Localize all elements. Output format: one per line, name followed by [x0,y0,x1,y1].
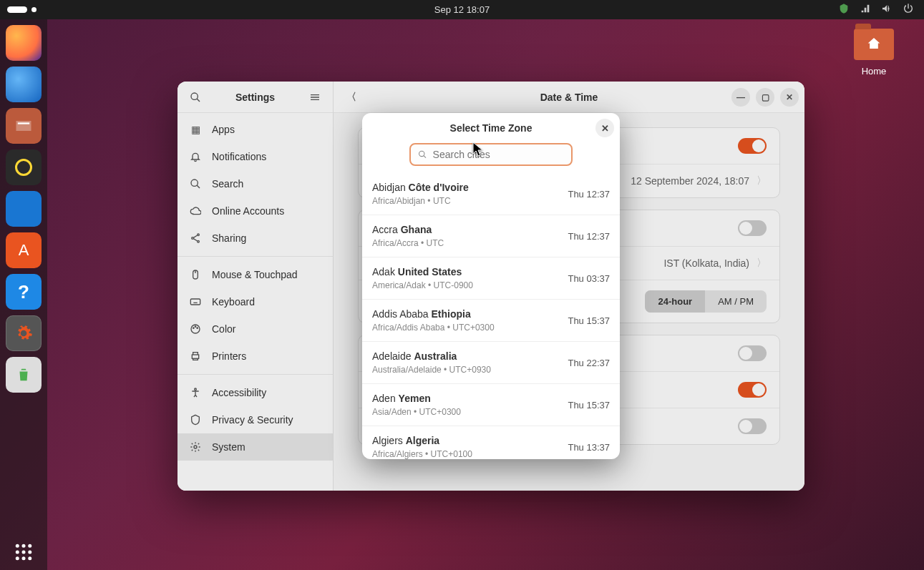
security-shield-icon[interactable] [838,3,850,16]
help-icon[interactable]: ? [6,274,42,310]
timezone-item[interactable]: Accra GhanaAfrica/Accra • UTCThu 12:37 [362,215,620,257]
tz-time: Thu 22:37 [560,358,610,368]
tz-zone-offset: America/Adak • UTC-0900 [372,280,473,290]
timezone-item[interactable]: Aden YemenAsia/Aden • UTC+0300Thu 15:37 [362,384,620,426]
home-label: Home [845,66,903,77]
tz-city: Addis Ababa [372,308,429,320]
timezone-list[interactable]: Abidjan Côte d'IvoireAfrica/Abidjan • UT… [362,173,620,459]
svg-point-0 [16,544,19,548]
timezone-item[interactable]: Algiers AlgeriaAfrica/Algiers • UTC+0100… [362,426,620,459]
clock[interactable]: Sep 12 18:07 [434,4,490,15]
search-input[interactable] [433,149,564,160]
tz-city: Adak [372,266,395,277]
svg-point-1 [22,544,26,548]
activities-dot-icon [31,7,37,12]
tz-zone-offset: Australia/Adelaide • UTC+0930 [372,365,491,375]
tz-country: Côte d'Ivoire [409,182,469,193]
timezone-item[interactable]: Adak United StatesAmerica/Adak • UTC-090… [362,257,620,300]
tz-time: Thu 15:37 [560,400,610,411]
folder-icon [854,29,894,60]
svg-point-3 [16,551,19,554]
tz-time: Thu 12:37 [560,231,610,242]
modal-header: Select Time Zone ✕ [362,113,620,143]
rhythmbox-icon[interactable] [6,149,42,185]
search-box[interactable] [409,143,573,166]
timezone-modal: Select Time Zone ✕ Abidjan Côte d'Ivoire… [362,113,620,459]
tz-zone-offset: Africa/Accra • UTC [372,238,444,248]
dock: A ? [0,19,47,570]
tz-zone-offset: Africa/Abidjan • UTC [372,196,469,206]
home-folder[interactable]: Home [845,29,903,77]
activities-pill-icon [7,6,27,13]
top-bar: Sep 12 18:07 [0,0,924,19]
tz-country: Ethiopia [432,308,471,320]
power-icon[interactable] [903,3,914,16]
svg-point-8 [28,556,31,560]
modal-title: Select Time Zone [450,122,532,134]
timezone-item[interactable]: Addis Ababa EthiopiaAfrica/Addis Ababa •… [362,300,620,342]
tz-zone-offset: Africa/Addis Ababa • UTC+0300 [372,323,495,333]
volume-icon[interactable] [881,3,893,16]
tz-city: Abidjan [372,182,406,193]
software-center-icon[interactable]: A [6,232,42,268]
libreoffice-writer-icon[interactable] [6,191,42,227]
tz-zone-offset: Africa/Algiers • UTC+0100 [372,449,472,459]
svg-point-6 [16,556,19,560]
tz-country: United States [398,266,462,277]
search-icon [418,149,427,159]
tz-country: Australia [414,350,457,362]
svg-point-2 [28,544,31,548]
show-apps-icon[interactable] [6,534,42,570]
tz-time: Thu 15:37 [560,315,610,326]
tz-country: Yemen [399,393,431,404]
files-icon[interactable] [6,108,42,144]
activities-corner[interactable] [0,6,37,13]
tz-zone-offset: Asia/Aden • UTC+0300 [372,407,461,417]
modal-close-button[interactable]: ✕ [595,119,614,137]
modal-search-wrap [362,143,620,173]
network-icon[interactable] [860,3,871,16]
tz-time: Thu 03:37 [560,273,610,284]
tz-country: Algeria [406,435,439,446]
svg-point-4 [22,551,26,554]
tz-country: Ghana [401,224,432,235]
svg-point-5 [28,551,31,554]
tz-city: Algiers [372,435,403,446]
firefox-icon[interactable] [6,25,42,61]
tz-city: Accra [372,224,398,235]
tz-city: Adelaide [372,350,412,362]
timezone-item[interactable]: Abidjan Côte d'IvoireAfrica/Abidjan • UT… [362,173,620,215]
timezone-item[interactable]: Adelaide AustraliaAustralia/Adelaide • U… [362,342,620,384]
trash-icon[interactable] [6,357,42,393]
thunderbird-icon[interactable] [6,67,42,102]
tz-time: Thu 13:37 [560,442,610,453]
tz-city: Aden [372,393,396,404]
tz-time: Thu 12:37 [560,189,610,200]
svg-point-7 [22,556,26,560]
settings-icon[interactable] [6,315,42,351]
svg-point-23 [419,151,424,156]
